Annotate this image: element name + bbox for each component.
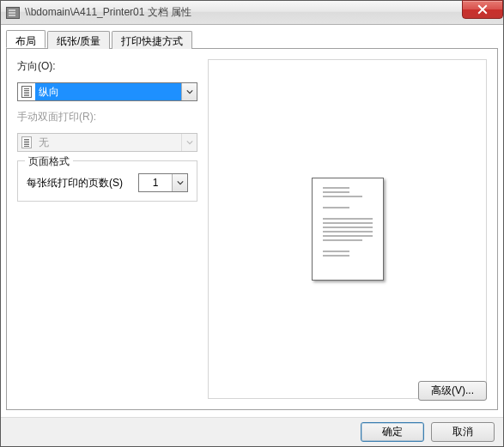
pages-per-sheet-value: 1 (139, 174, 172, 191)
duplex-combo: 无 (17, 133, 197, 152)
pages-per-sheet-label: 每张纸打印的页数(S) (27, 176, 130, 190)
duplex-label: 手动双面打印(R): (17, 110, 197, 124)
tab-strip: 布局 纸张/质量 打印快捷方式 (6, 30, 498, 49)
page-preview (312, 178, 384, 281)
orientation-label: 方向(O): (17, 59, 197, 74)
orientation-combo-arrow[interactable] (181, 83, 197, 100)
dialog-footer: 确定 取消 (1, 417, 503, 446)
title-bar: \\bdomain\A411_Printer01 文档 属性 (1, 1, 503, 25)
orientation-combo[interactable]: 纵向 (17, 82, 197, 101)
tab-shortcuts[interactable]: 打印快捷方式 (112, 31, 192, 49)
left-column: 方向(O): 纵向 手动双面打印(R): 无 (17, 59, 197, 399)
chevron-down-icon (186, 139, 193, 146)
duplex-combo-arrow (181, 134, 197, 151)
printer-icon (6, 7, 20, 19)
page-format-legend: 页面格式 (25, 154, 73, 169)
tab-paper-label: 纸张/质量 (57, 35, 100, 47)
tab-layout-label: 布局 (15, 35, 36, 47)
chevron-down-icon (186, 88, 193, 95)
portrait-icon (21, 86, 32, 98)
chevron-down-icon (177, 179, 184, 186)
advanced-button-label: 高级(V)... (431, 384, 474, 398)
client-area: 布局 纸张/质量 打印快捷方式 方向(O): 纵向 手动双面打印(R): 无 (1, 25, 503, 417)
close-button[interactable] (462, 0, 503, 19)
preview-pane (208, 59, 487, 399)
advanced-button[interactable]: 高级(V)... (418, 381, 487, 401)
orientation-value: 纵向 (35, 83, 181, 100)
window-title: \\bdomain\A411_Printer01 文档 属性 (25, 5, 191, 20)
tab-panel-layout: 方向(O): 纵向 手动双面打印(R): 无 (6, 49, 498, 410)
pages-per-sheet-arrow[interactable] (172, 174, 187, 191)
cancel-button[interactable]: 取消 (431, 422, 495, 442)
page-format-group: 页面格式 每张纸打印的页数(S) 1 (17, 160, 197, 202)
dialog-window: \\bdomain\A411_Printer01 文档 属性 布局 纸张/质量 … (0, 0, 504, 447)
pages-per-sheet-combo[interactable]: 1 (138, 173, 188, 192)
tab-paper-quality[interactable]: 纸张/质量 (47, 31, 110, 49)
duplex-value: 无 (35, 134, 181, 151)
pages-per-sheet-row: 每张纸打印的页数(S) 1 (27, 173, 188, 192)
ok-button[interactable]: 确定 (361, 422, 424, 442)
ok-button-label: 确定 (382, 425, 403, 439)
tab-shortcuts-label: 打印快捷方式 (121, 35, 183, 47)
tab-layout[interactable]: 布局 (6, 30, 46, 48)
document-icon (21, 136, 32, 148)
close-icon (477, 4, 488, 15)
advanced-row: 高级(V)... (418, 381, 487, 401)
cancel-button-label: 取消 (452, 425, 473, 439)
